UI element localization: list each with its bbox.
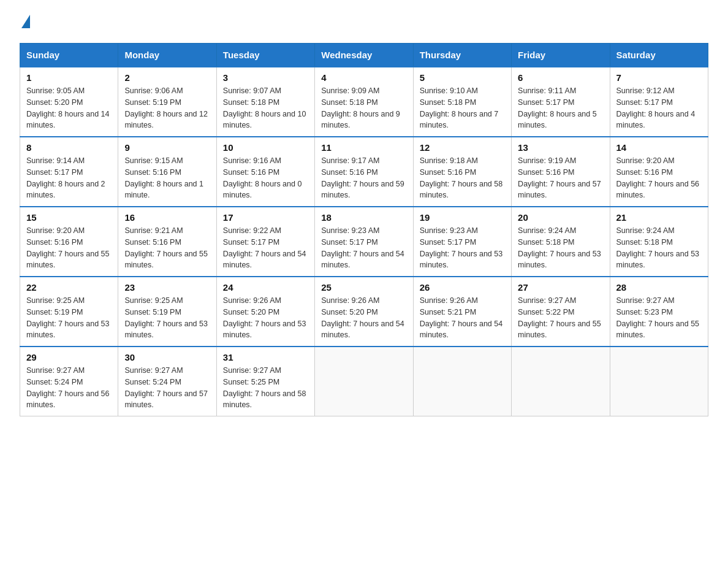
header-sunday: Sunday [20,44,118,67]
day-info: Sunrise: 9:27 AM Sunset: 5:25 PM Dayligh… [223,365,308,411]
calendar-row: 8 Sunrise: 9:14 AM Sunset: 5:17 PM Dayli… [20,137,708,207]
day-number: 31 [223,352,308,362]
header-thursday: Thursday [413,44,511,67]
header-saturday: Saturday [610,44,708,67]
day-number: 16 [124,212,210,223]
day-number: 11 [321,142,406,153]
day-info: Sunrise: 9:27 AM Sunset: 5:23 PM Dayligh… [616,295,702,341]
day-number: 13 [518,142,603,153]
day-info: Sunrise: 9:27 AM Sunset: 5:24 PM Dayligh… [26,365,112,411]
calendar-cell: 13 Sunrise: 9:19 AM Sunset: 5:16 PM Dayl… [512,137,610,207]
calendar-cell: 25 Sunrise: 9:26 AM Sunset: 5:20 PM Dayl… [315,277,413,347]
day-info: Sunrise: 9:10 AM Sunset: 5:18 PM Dayligh… [420,85,505,131]
calendar-cell: 24 Sunrise: 9:26 AM Sunset: 5:20 PM Dayl… [216,277,314,347]
day-info: Sunrise: 9:16 AM Sunset: 5:16 PM Dayligh… [223,155,308,201]
calendar-cell: 22 Sunrise: 9:25 AM Sunset: 5:19 PM Dayl… [20,277,118,347]
day-info: Sunrise: 9:25 AM Sunset: 5:19 PM Dayligh… [124,295,210,341]
day-info: Sunrise: 9:20 AM Sunset: 5:16 PM Dayligh… [616,155,702,201]
calendar-row: 22 Sunrise: 9:25 AM Sunset: 5:19 PM Dayl… [20,277,708,347]
day-info: Sunrise: 9:18 AM Sunset: 5:16 PM Dayligh… [420,155,505,201]
day-number: 27 [518,282,603,293]
day-number: 18 [321,212,406,223]
calendar-cell [315,347,413,416]
day-info: Sunrise: 9:24 AM Sunset: 5:18 PM Dayligh… [616,225,702,271]
day-number: 20 [518,212,603,223]
page-header [20,15,708,28]
day-info: Sunrise: 9:26 AM Sunset: 5:21 PM Dayligh… [420,295,505,341]
calendar-cell: 29 Sunrise: 9:27 AM Sunset: 5:24 PM Dayl… [20,347,118,416]
calendar-cell: 11 Sunrise: 9:17 AM Sunset: 5:16 PM Dayl… [315,137,413,207]
day-info: Sunrise: 9:20 AM Sunset: 5:16 PM Dayligh… [26,225,112,271]
day-number: 26 [420,282,505,293]
day-number: 25 [321,282,406,293]
calendar-cell: 1 Sunrise: 9:05 AM Sunset: 5:20 PM Dayli… [20,67,118,137]
calendar-cell: 12 Sunrise: 9:18 AM Sunset: 5:16 PM Dayl… [413,137,511,207]
calendar-cell: 5 Sunrise: 9:10 AM Sunset: 5:18 PM Dayli… [413,67,511,137]
day-number: 1 [26,72,112,83]
day-info: Sunrise: 9:11 AM Sunset: 5:17 PM Dayligh… [518,85,603,131]
calendar-cell [610,347,708,416]
calendar-cell: 14 Sunrise: 9:20 AM Sunset: 5:16 PM Dayl… [610,137,708,207]
calendar-header-row: SundayMondayTuesdayWednesdayThursdayFrid… [20,44,708,67]
calendar-cell: 21 Sunrise: 9:24 AM Sunset: 5:18 PM Dayl… [610,207,708,277]
day-info: Sunrise: 9:17 AM Sunset: 5:16 PM Dayligh… [321,155,406,201]
day-number: 24 [223,282,308,293]
day-info: Sunrise: 9:23 AM Sunset: 5:17 PM Dayligh… [420,225,505,271]
day-info: Sunrise: 9:05 AM Sunset: 5:20 PM Dayligh… [26,85,112,131]
day-number: 10 [223,142,308,153]
calendar-cell: 7 Sunrise: 9:12 AM Sunset: 5:17 PM Dayli… [610,67,708,137]
day-info: Sunrise: 9:12 AM Sunset: 5:17 PM Dayligh… [616,85,702,131]
day-info: Sunrise: 9:27 AM Sunset: 5:24 PM Dayligh… [124,365,210,411]
day-number: 28 [616,282,702,293]
day-number: 4 [321,72,406,83]
day-info: Sunrise: 9:27 AM Sunset: 5:22 PM Dayligh… [518,295,603,341]
day-info: Sunrise: 9:25 AM Sunset: 5:19 PM Dayligh… [26,295,112,341]
day-info: Sunrise: 9:14 AM Sunset: 5:17 PM Dayligh… [26,155,112,201]
calendar-cell: 9 Sunrise: 9:15 AM Sunset: 5:16 PM Dayli… [118,137,216,207]
calendar-cell: 15 Sunrise: 9:20 AM Sunset: 5:16 PM Dayl… [20,207,118,277]
day-number: 5 [420,72,505,83]
calendar-cell: 10 Sunrise: 9:16 AM Sunset: 5:16 PM Dayl… [216,137,314,207]
calendar-cell: 8 Sunrise: 9:14 AM Sunset: 5:17 PM Dayli… [20,137,118,207]
calendar-cell: 18 Sunrise: 9:23 AM Sunset: 5:17 PM Dayl… [315,207,413,277]
calendar-cell: 20 Sunrise: 9:24 AM Sunset: 5:18 PM Dayl… [512,207,610,277]
calendar-cell: 26 Sunrise: 9:26 AM Sunset: 5:21 PM Dayl… [413,277,511,347]
day-number: 7 [616,72,702,83]
calendar-cell: 30 Sunrise: 9:27 AM Sunset: 5:24 PM Dayl… [118,347,216,416]
calendar-cell: 19 Sunrise: 9:23 AM Sunset: 5:17 PM Dayl… [413,207,511,277]
calendar-cell: 17 Sunrise: 9:22 AM Sunset: 5:17 PM Dayl… [216,207,314,277]
logo-triangle-icon [21,15,30,28]
calendar-cell: 3 Sunrise: 9:07 AM Sunset: 5:18 PM Dayli… [216,67,314,137]
calendar-cell: 6 Sunrise: 9:11 AM Sunset: 5:17 PM Dayli… [512,67,610,137]
calendar-row: 15 Sunrise: 9:20 AM Sunset: 5:16 PM Dayl… [20,207,708,277]
day-info: Sunrise: 9:23 AM Sunset: 5:17 PM Dayligh… [321,225,406,271]
day-info: Sunrise: 9:07 AM Sunset: 5:18 PM Dayligh… [223,85,308,131]
day-number: 3 [223,72,308,83]
calendar-cell: 16 Sunrise: 9:21 AM Sunset: 5:16 PM Dayl… [118,207,216,277]
header-tuesday: Tuesday [216,44,314,67]
day-number: 30 [124,352,210,362]
calendar-cell: 27 Sunrise: 9:27 AM Sunset: 5:22 PM Dayl… [512,277,610,347]
header-wednesday: Wednesday [315,44,413,67]
day-info: Sunrise: 9:21 AM Sunset: 5:16 PM Dayligh… [124,225,210,271]
calendar-cell: 28 Sunrise: 9:27 AM Sunset: 5:23 PM Dayl… [610,277,708,347]
day-number: 21 [616,212,702,223]
day-info: Sunrise: 9:19 AM Sunset: 5:16 PM Dayligh… [518,155,603,201]
day-number: 2 [124,72,210,83]
day-info: Sunrise: 9:22 AM Sunset: 5:17 PM Dayligh… [223,225,308,271]
calendar-cell: 31 Sunrise: 9:27 AM Sunset: 5:25 PM Dayl… [216,347,314,416]
day-number: 15 [26,212,112,223]
day-number: 19 [420,212,505,223]
day-number: 29 [26,352,112,362]
calendar-cell [512,347,610,416]
calendar-cell [413,347,511,416]
day-number: 23 [124,282,210,293]
calendar-cell: 4 Sunrise: 9:09 AM Sunset: 5:18 PM Dayli… [315,67,413,137]
header-monday: Monday [118,44,216,67]
day-info: Sunrise: 9:09 AM Sunset: 5:18 PM Dayligh… [321,85,406,131]
calendar-table: SundayMondayTuesdayWednesdayThursdayFrid… [20,43,708,416]
day-number: 8 [26,142,112,153]
day-info: Sunrise: 9:15 AM Sunset: 5:16 PM Dayligh… [124,155,210,201]
calendar-row: 29 Sunrise: 9:27 AM Sunset: 5:24 PM Dayl… [20,347,708,416]
day-info: Sunrise: 9:26 AM Sunset: 5:20 PM Dayligh… [321,295,406,341]
